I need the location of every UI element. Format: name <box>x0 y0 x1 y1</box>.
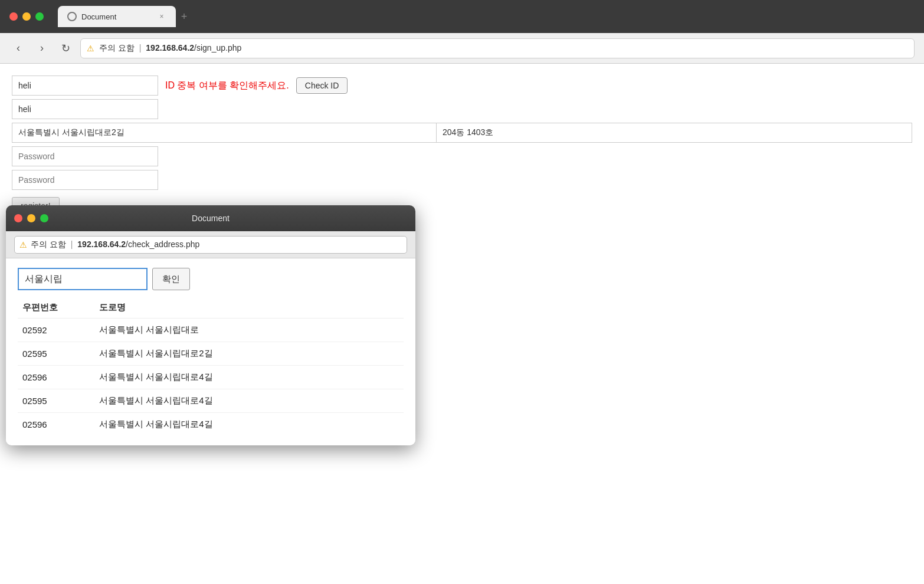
popup-title: Document <box>192 214 230 223</box>
password1-row <box>12 146 912 166</box>
tab-close-button[interactable]: × <box>157 12 166 21</box>
popup-content: 확인 우편번호 도로명 02592 서울특별시 서울시립대로 02595 서울특… <box>6 258 415 445</box>
password1-input[interactable] <box>12 146 158 166</box>
password-row <box>12 99 912 119</box>
address-text: 주의 요함 | 192.168.64.2/sign_up.php <box>99 43 241 54</box>
minimize-button[interactable] <box>22 12 31 21</box>
tab-bar: Document × + <box>58 6 915 27</box>
forward-button[interactable]: › <box>33 40 51 57</box>
table-cell-road: 서울특별시 서울시립대로4길 <box>94 389 404 413</box>
table-row[interactable]: 02595 서울특별시 서울시립대로2길 <box>18 342 404 366</box>
browser-window: Document × + ‹ › ↻ ⚠ 주의 요함 | 192.168.64.… <box>0 0 924 584</box>
table-cell-road: 서울특별시 서울시립대로4길 <box>94 366 404 389</box>
table-cell-road: 서울특별시 서울시립대로4길 <box>94 413 404 437</box>
address-table: 우편번호 도로명 02592 서울특별시 서울시립대로 02595 서울특별시 … <box>18 300 404 436</box>
address-main-input[interactable] <box>12 123 437 143</box>
table-row[interactable]: 02596 서울특별시 서울시립대로4길 <box>18 366 404 389</box>
warning-text: 주의 요함 <box>99 43 135 53</box>
popup-address-bar[interactable]: ⚠ 주의 요함 | 192.168.64.2/check_address.php <box>14 236 407 254</box>
reload-button[interactable]: ↻ <box>57 40 74 57</box>
table-cell-road: 서울특별시 서울시립대로2길 <box>94 342 404 366</box>
id-input[interactable] <box>12 76 158 96</box>
popup-search-input[interactable] <box>18 268 148 290</box>
popup-title-bar: Document <box>6 205 415 231</box>
address-bar[interactable]: ⚠ 주의 요함 | 192.168.64.2/sign_up.php <box>80 38 915 58</box>
address-row <box>12 123 912 143</box>
close-button[interactable] <box>9 12 18 21</box>
warning-icon: ⚠ <box>87 44 94 53</box>
popup-minimize-button[interactable] <box>27 214 35 222</box>
table-row[interactable]: 02592 서울특별시 서울시립대로 <box>18 319 404 342</box>
new-tab-button[interactable]: + <box>176 8 192 25</box>
table-cell-postal: 02595 <box>18 389 94 413</box>
check-id-button[interactable]: Check ID <box>296 77 348 94</box>
back-button[interactable]: ‹ <box>9 40 27 57</box>
table-header-road: 도로명 <box>94 300 404 319</box>
nav-bar: ‹ › ↻ ⚠ 주의 요함 | 192.168.64.2/sign_up.php <box>0 33 924 64</box>
address-detail-input[interactable] <box>437 123 912 143</box>
popup-close-button[interactable] <box>14 214 22 222</box>
globe-icon <box>67 12 77 21</box>
id-row: ID 중복 여부를 확인해주세요. Check ID <box>12 76 912 96</box>
password2-row <box>12 170 912 190</box>
popup-traffic-lights <box>14 214 48 222</box>
popup-address-path: /check_address.php <box>126 239 199 249</box>
table-cell-postal: 02596 <box>18 413 94 437</box>
popup-warning-icon: ⚠ <box>19 240 27 250</box>
password-display-input[interactable] <box>12 99 158 119</box>
table-row[interactable]: 02596 서울특별시 서울시립대로4길 <box>18 413 404 437</box>
content-area: ID 중복 여부를 확인해주세요. Check ID register! <box>0 64 924 584</box>
popup-maximize-button[interactable] <box>40 214 48 222</box>
tab-title: Document <box>81 12 152 21</box>
table-cell-postal: 02592 <box>18 319 94 342</box>
browser-tab[interactable]: Document × <box>58 6 176 27</box>
table-header-postal: 우편번호 <box>18 300 94 319</box>
table-cell-postal: 02595 <box>18 342 94 366</box>
address-divider: | <box>139 43 144 53</box>
title-bar: Document × + <box>0 0 924 33</box>
address-path: /sign_up.php <box>194 43 241 53</box>
popup-confirm-button[interactable]: 확인 <box>152 268 190 290</box>
popup-window: Document ⚠ 주의 요함 | 192.168.64.2/check_ad… <box>6 205 415 445</box>
address-host: 192.168.64.2 <box>146 43 194 53</box>
popup-address-divider: | <box>71 239 76 249</box>
table-cell-postal: 02596 <box>18 366 94 389</box>
traffic-lights <box>9 12 44 21</box>
maximize-button[interactable] <box>35 12 44 21</box>
password2-input[interactable] <box>12 170 158 190</box>
table-row[interactable]: 02595 서울특별시 서울시립대로4길 <box>18 389 404 413</box>
popup-search-row: 확인 <box>18 268 404 290</box>
table-cell-road: 서울특별시 서울시립대로 <box>94 319 404 342</box>
popup-warning-text: 주의 요함 <box>31 239 66 249</box>
popup-nav-bar: ⚠ 주의 요함 | 192.168.64.2/check_address.php <box>6 231 415 258</box>
duplicate-message: ID 중복 여부를 확인해주세요. <box>165 80 289 92</box>
popup-address-text: 주의 요함 | 192.168.64.2/check_address.php <box>31 239 199 250</box>
popup-address-host: 192.168.64.2 <box>77 239 126 249</box>
